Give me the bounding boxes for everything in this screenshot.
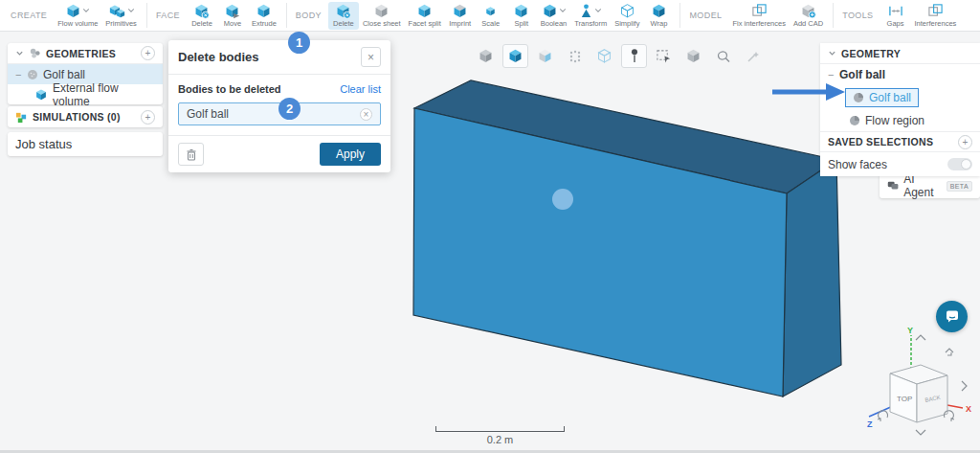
- simulations-icon: [15, 111, 28, 124]
- toolbar-button-model-fix-interferences[interactable]: Fix interferences: [728, 2, 789, 30]
- magic-wand-icon[interactable]: [740, 44, 766, 68]
- box-right-face[interactable]: [783, 160, 841, 396]
- home-icon[interactable]: [946, 349, 953, 355]
- facet-split-icon: [416, 4, 433, 18]
- clear-list-link[interactable]: Clear list: [340, 83, 381, 95]
- toolbar-button-model-add-cad[interactable]: Add CAD: [790, 2, 827, 30]
- select-body-icon[interactable]: [502, 44, 528, 68]
- support-chat-button[interactable]: [936, 301, 968, 332]
- tree-item-label: External flow volume: [53, 81, 155, 108]
- job-status-header[interactable]: Job status: [8, 132, 163, 156]
- toolbar-button-label: Interferences: [915, 19, 957, 28]
- rotate-ccw-icon[interactable]: [878, 411, 888, 421]
- chevron-down-icon[interactable]: [82, 8, 90, 13]
- add-geometry-button[interactable]: +: [141, 46, 155, 60]
- solid-cube-icon[interactable]: [473, 44, 499, 68]
- rotate-cw-icon[interactable]: [944, 411, 954, 421]
- delete-all-button[interactable]: [178, 143, 204, 166]
- hide-body-icon[interactable]: [680, 44, 706, 68]
- rotate-right-arrow[interactable]: [962, 381, 967, 391]
- ai-agent-label: AI Agent: [903, 172, 941, 199]
- close-icon[interactable]: ×: [361, 47, 381, 67]
- toolbar-button-label: Flow volume: [57, 19, 98, 28]
- rotate-down-arrow[interactable]: [916, 430, 925, 435]
- toolbar-button-label: Transform: [574, 19, 607, 28]
- toolbar-button-label: Simplify: [614, 19, 639, 28]
- simulations-header[interactable]: SIMULATIONS (0) +: [8, 106, 163, 127]
- toolbar-button-label: Boolean: [541, 19, 568, 28]
- wireframe-icon[interactable]: [591, 44, 617, 68]
- tree-item-external-flow-volume[interactable]: External flow volume: [8, 84, 163, 104]
- toolbar-button-label: Add CAD: [793, 19, 823, 28]
- chip-remove-icon[interactable]: ×: [360, 108, 372, 121]
- toolbar-button-body-boolean[interactable]: Boolean: [537, 2, 571, 30]
- toolbar-button-tools-gaps[interactable]: Gaps: [880, 2, 911, 30]
- pin-icon[interactable]: [621, 44, 647, 68]
- geometries-header[interactable]: GEOMETRIES +: [8, 43, 163, 64]
- chat-bubble-icon: [945, 309, 960, 324]
- toolbar-button-body-close-sheet[interactable]: Close sheet: [359, 2, 405, 30]
- primitives-icon: [108, 4, 135, 18]
- collapse-toggle[interactable]: −: [828, 69, 839, 80]
- scale-bar-line: [435, 426, 565, 432]
- collapse-toggle[interactable]: −: [15, 69, 27, 80]
- select-vertex-icon[interactable]: [562, 44, 588, 68]
- toolbar-group-body: BODYDeleteClose sheetFacet splitImprintS…: [293, 0, 675, 31]
- apply-button[interactable]: Apply: [320, 143, 381, 166]
- rotate-up-arrow[interactable]: [916, 335, 925, 340]
- chevron-down-icon[interactable]: [594, 8, 602, 13]
- scale-bar-label: 0.2 m: [435, 434, 565, 445]
- delete-icon: [335, 4, 351, 18]
- chat-bubbles-icon: [887, 180, 899, 192]
- toolbar-button-face-delete[interactable]: Delete: [187, 2, 217, 30]
- scale-icon: [482, 4, 499, 18]
- delete-icon: [193, 4, 210, 18]
- add-simulation-button[interactable]: +: [141, 110, 155, 125]
- toolbar-group-face: FACEDeleteMoveExtrude: [153, 0, 280, 31]
- geometry-header[interactable]: GEOMETRY: [820, 43, 980, 64]
- extrude-icon: [256, 4, 272, 18]
- tree-item-label: Golf ball: [869, 91, 911, 104]
- saved-selections-header[interactable]: SAVED SELECTIONS +: [820, 131, 980, 152]
- toolbar-group-label: BODY: [296, 11, 322, 20]
- toolbar-divider: [286, 3, 287, 28]
- probe-icon[interactable]: [710, 44, 736, 68]
- imprint-icon: [452, 4, 468, 18]
- toolbar-button-body-simplify[interactable]: Simplify: [611, 2, 643, 30]
- toolbar-divider: [679, 3, 680, 28]
- toolbar-group-model: MODELFix interferencesAdd CAD: [686, 0, 827, 31]
- toolbar-button-create-primitives[interactable]: Primitives: [101, 2, 141, 30]
- toolbar-group-label: TOOLS: [842, 11, 873, 20]
- simplify-icon: [619, 4, 635, 18]
- top-toolbar: CREATEFlow volumePrimitivesFACEDeleteMov…: [0, 0, 980, 32]
- tree-item-golf-ball-selected[interactable]: Golf ball: [845, 88, 919, 107]
- toolbar-button-face-extrude[interactable]: Extrude: [248, 2, 280, 30]
- select-face-icon[interactable]: [532, 44, 558, 68]
- toolbar-button-label: Facet split: [409, 19, 441, 28]
- toolbar-button-label: Wrap: [651, 19, 668, 28]
- toolbar-button-body-delete[interactable]: Delete: [328, 2, 359, 30]
- box-select-icon[interactable]: [651, 44, 677, 68]
- toolbar-button-label: Delete: [191, 19, 212, 28]
- toolbar-group-tools: TOOLSGapsInterferences: [839, 0, 960, 31]
- orientation-cube[interactable]: TOP BACK Y X Z: [866, 324, 979, 448]
- show-faces-toggle[interactable]: [947, 158, 972, 170]
- toolbar-button-body-wrap[interactable]: Wrap: [643, 2, 674, 30]
- toolbar-button-body-transform[interactable]: Transform: [570, 2, 611, 30]
- geometry-title: GEOMETRY: [841, 48, 901, 59]
- add-saved-selection-button[interactable]: +: [958, 135, 972, 149]
- tree-item-flow-region[interactable]: Flow region: [820, 110, 980, 131]
- annotation-arrow: [770, 81, 852, 102]
- chevron-down-icon[interactable]: [127, 8, 135, 13]
- toolbar-button-create-flow-volume[interactable]: Flow volume: [54, 2, 101, 30]
- toolbar-button-tools-interferences[interactable]: Interferences: [911, 2, 961, 30]
- toolbar-button-face-move[interactable]: Move: [217, 2, 248, 30]
- toolbar-button-body-split[interactable]: Split: [506, 2, 537, 30]
- toolbar-button-body-scale[interactable]: Scale: [476, 2, 506, 30]
- chip-label: Golf ball: [187, 107, 229, 121]
- ai-agent-button[interactable]: AI Agent BETA: [880, 173, 980, 198]
- chevron-down-icon[interactable]: [559, 8, 567, 13]
- toolbar-button-body-imprint[interactable]: Imprint: [445, 2, 476, 30]
- toolbar-button-body-facet-split[interactable]: Facet split: [405, 2, 445, 30]
- toolbar-group-label: MODEL: [689, 11, 722, 20]
